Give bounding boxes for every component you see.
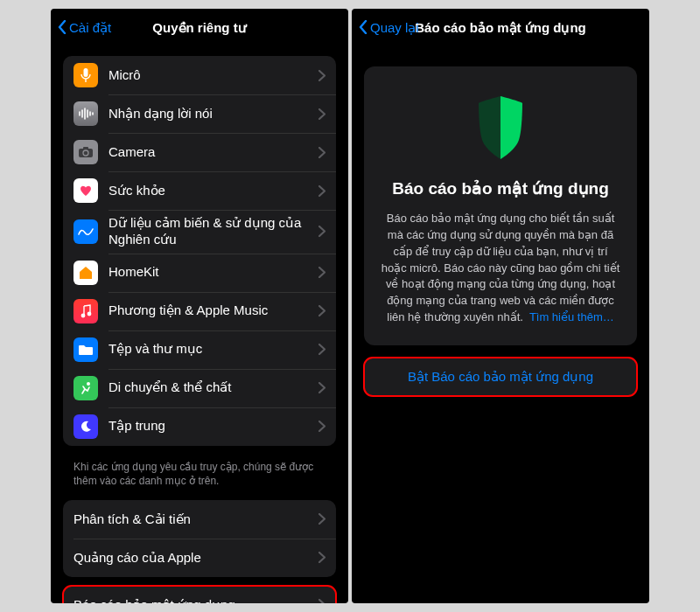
privacy-group-1: Micrô Nhận dạng lời nói Camera	[63, 56, 336, 446]
row-fitness[interactable]: Di chuyển & thể chất	[63, 369, 336, 407]
chevron-left-icon	[58, 20, 66, 37]
back-button[interactable]: Cài đặt	[58, 20, 111, 37]
screen-app-privacy-report: Quay lại Báo cáo bảo mật ứng dụng Báo cá…	[352, 9, 649, 603]
moon-icon	[74, 414, 98, 439]
enable-button-label: Bật Báo cáo bảo mật ứng dụng	[408, 369, 593, 385]
row-label: Di chuyển & thể chất	[108, 379, 308, 396]
learn-more-link[interactable]: Tìm hiểu thêm…	[529, 310, 614, 323]
music-note-icon	[74, 299, 98, 323]
chevron-right-icon	[318, 305, 326, 316]
chevron-right-icon	[318, 421, 326, 432]
group-footer: Khi các ứng dụng yêu cầu truy cập, chúng…	[51, 455, 348, 491]
row-health[interactable]: Sức khỏe	[63, 171, 336, 210]
info-body: Báo cáo bảo mật ứng dụng cho biết tần su…	[380, 211, 621, 326]
svg-point-12	[88, 311, 92, 316]
chevron-right-icon	[318, 226, 326, 237]
sensor-icon	[74, 219, 98, 244]
row-files[interactable]: Tệp và thư mục	[63, 330, 336, 369]
svg-point-14	[87, 382, 90, 386]
row-label: Báo cáo bảo mật ứng dụng	[74, 597, 308, 604]
enable-report-button[interactable]: Bật Báo cáo bảo mật ứng dụng	[364, 358, 637, 396]
row-label: Micrô	[108, 67, 308, 84]
privacy-group-2: Phân tích & Cải tiến Quảng cáo của Apple	[63, 500, 336, 577]
row-sensor-data[interactable]: Dữ liệu cảm biến & sử dụng của Nghiên cứ…	[63, 210, 336, 254]
chevron-left-icon	[359, 20, 368, 37]
chevron-right-icon	[318, 382, 326, 393]
scroll-area[interactable]: Micrô Nhận dạng lời nói Camera	[51, 47, 348, 603]
row-label: Phương tiện & Apple Music	[108, 303, 308, 319]
chevron-right-icon	[318, 108, 326, 120]
chevron-right-icon	[318, 344, 326, 355]
row-label: Tệp và thư mục	[108, 341, 308, 358]
chevron-right-icon	[318, 147, 326, 158]
row-label: Dữ liệu cảm biến & sử dụng của Nghiên cứ…	[108, 215, 308, 248]
row-media-music[interactable]: Phương tiện & Apple Music	[63, 292, 336, 330]
chevron-right-icon	[318, 513, 326, 525]
row-homekit[interactable]: HomeKit	[63, 254, 336, 292]
chevron-right-icon	[318, 267, 326, 278]
row-label: HomeKit	[108, 264, 308, 281]
privacy-group-3: Báo cáo bảo mật ứng dụng	[63, 586, 336, 603]
row-analytics[interactable]: Phân tích & Cải tiến	[63, 500, 336, 539]
row-label: Camera	[108, 144, 308, 161]
chevron-right-icon	[318, 185, 326, 197]
row-focus[interactable]: Tập trung	[63, 407, 336, 446]
svg-rect-10	[83, 147, 88, 150]
row-label: Sức khỏe	[108, 183, 308, 199]
back-button[interactable]: Quay lại	[359, 20, 419, 37]
camera-icon	[74, 140, 98, 164]
waveform-icon	[74, 101, 98, 126]
microphone-icon	[74, 63, 98, 87]
screen-privacy: Cài đặt Quyền riêng tư Micrô Nhận dạng l…	[51, 9, 348, 603]
row-label: Quảng cáo của Apple	[74, 550, 308, 567]
row-apple-ads[interactable]: Quảng cáo của Apple	[63, 539, 336, 577]
row-label: Phân tích & Cải tiến	[74, 511, 308, 528]
back-label: Quay lại	[370, 20, 419, 36]
chevron-right-icon	[318, 552, 326, 563]
row-camera[interactable]: Camera	[63, 133, 336, 171]
navbar: Cài đặt Quyền riêng tư	[51, 9, 348, 47]
scroll-area[interactable]: Báo cáo bảo mật ứng dụng Báo cáo bảo mật…	[352, 47, 649, 603]
back-label: Cài đặt	[69, 20, 111, 36]
runner-icon	[74, 376, 98, 400]
info-card: Báo cáo bảo mật ứng dụng Báo cáo bảo mật…	[364, 66, 637, 345]
svg-rect-0	[84, 68, 88, 77]
info-title: Báo cáo bảo mật ứng dụng	[380, 178, 621, 198]
shield-icon	[470, 93, 531, 163]
navbar: Quay lại Báo cáo bảo mật ứng dụng	[352, 9, 649, 47]
row-label: Tập trung	[108, 418, 308, 435]
house-icon	[74, 261, 98, 285]
chevron-right-icon	[318, 599, 326, 603]
folder-icon	[74, 337, 98, 362]
chevron-right-icon	[318, 70, 326, 81]
row-app-privacy-report[interactable]: Báo cáo bảo mật ứng dụng	[63, 586, 336, 603]
row-speech[interactable]: Nhận dạng lời nói	[63, 94, 336, 133]
row-label: Nhận dạng lời nói	[108, 106, 308, 122]
info-body-text: Báo cáo bảo mật ứng dụng cho biết tần su…	[382, 212, 620, 323]
heart-icon	[74, 178, 98, 203]
row-microphone[interactable]: Micrô	[63, 56, 336, 94]
